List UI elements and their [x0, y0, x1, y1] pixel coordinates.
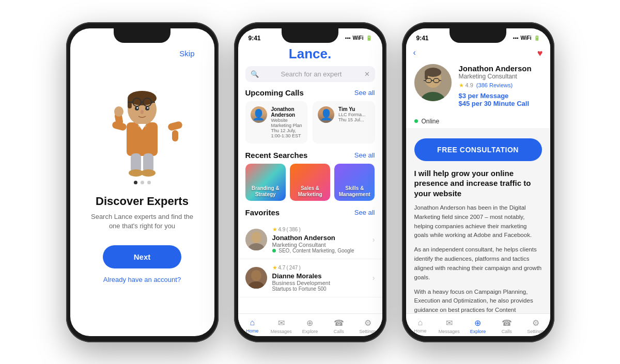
- home-icon: ⌂: [418, 318, 423, 327]
- favorites-header: Favorites See all: [238, 208, 382, 221]
- fav-tags-2: Startups to Fortune 500: [272, 286, 367, 292]
- expert-rating: ★ 4.9 (386 Reviews): [459, 82, 542, 89]
- consultation-button[interactable]: FREE CONSULTATION: [414, 138, 542, 161]
- fav-rating-2: ★ 4.7 (247): [272, 264, 367, 271]
- search-card-skills[interactable]: Skills & Management: [334, 164, 375, 201]
- notch: [114, 28, 171, 43]
- bottom-nav: ⌂ Home ✉ Messages ⊕ Explore ☎ Calls ⚙: [406, 313, 550, 336]
- search-card-branding[interactable]: Branding & Strategy: [245, 164, 286, 201]
- call-card-1[interactable]: 👤 Jonathon Anderson Website Marketing Pl…: [245, 101, 308, 144]
- upcoming-calls-see-all[interactable]: See all: [354, 89, 375, 97]
- star-icon-2: ★: [272, 264, 277, 271]
- svg-point-19: [141, 169, 156, 177]
- nav-settings[interactable]: ⚙ Settings: [521, 318, 550, 334]
- wifi-icon: WiFi: [520, 35, 531, 41]
- nav-messages[interactable]: ✉ Messages: [435, 318, 463, 334]
- call-date-2: Thu 15 Jul...: [338, 117, 366, 122]
- fav-role-2: Business Development: [272, 280, 367, 286]
- profile-bio-3: With a heavy focus on Campaign Planning,…: [414, 288, 542, 313]
- dot-1: [134, 181, 137, 184]
- notch: [450, 28, 506, 43]
- nav-home[interactable]: ⌂ Home: [406, 318, 435, 334]
- call-avatar-2: 👤: [318, 106, 334, 123]
- expert-name: Jonathon Anderson: [459, 64, 542, 73]
- favorite-item-1[interactable]: ★ 4.9 (386) Jonathon Anderson Marketing …: [238, 221, 382, 259]
- explore-icon: ⊕: [306, 318, 313, 328]
- expert-avatar: [414, 64, 452, 101]
- online-indicator: [272, 249, 276, 252]
- chevron-right-icon-2: ›: [373, 274, 375, 282]
- phone-onboarding: 9:41 ▪▪▪ WiFi 🔋 Skip: [66, 22, 219, 342]
- search-icon: 🔍: [251, 70, 259, 78]
- price-info: $3 per Message $45 per 30 Minute Call: [459, 92, 542, 107]
- nav-home[interactable]: ⌂ Home: [238, 318, 267, 334]
- fav-name-2: Dianne Morales: [272, 272, 367, 280]
- search-placeholder: Search for an expert: [263, 70, 360, 78]
- calls-icon: ☎: [502, 318, 512, 328]
- nav-explore[interactable]: ⊕ Explore: [296, 318, 324, 334]
- search-clear-icon[interactable]: ✕: [364, 70, 370, 78]
- call-name-2: Tim Yu: [338, 106, 366, 112]
- pagination-dots: [134, 181, 151, 184]
- reviews-link[interactable]: (386 Reviews): [475, 82, 513, 88]
- search-card-sales[interactable]: Sales & Marketing: [290, 164, 330, 201]
- star-icon: ★: [272, 226, 277, 233]
- fav-rating-1: ★ 4.9 (386): [272, 226, 367, 233]
- expert-header: Jonathon Anderson Marketing Consultant ★…: [406, 60, 550, 115]
- nav-calls[interactable]: ☎ Calls: [492, 318, 521, 334]
- dot-2: [141, 181, 144, 184]
- signal-icon: ▪▪▪: [345, 35, 351, 41]
- upcoming-calls-header: Upcoming Calls See all: [238, 88, 382, 101]
- status-time: 9:41: [416, 35, 429, 42]
- dot-3: [147, 181, 151, 184]
- account-link[interactable]: Already have an account?: [103, 276, 181, 283]
- call-date-1: Thu 12 July, 1:00-1:30 EST: [271, 128, 303, 138]
- next-button[interactable]: Next: [103, 245, 182, 268]
- favorite-button[interactable]: ♥: [537, 48, 543, 59]
- svg-point-26: [251, 232, 261, 243]
- settings-icon: ⚙: [364, 318, 371, 328]
- call-card-2[interactable]: 👤 Tim Yu LLC Forma... Thu 15 Jul...: [313, 101, 375, 144]
- svg-rect-3: [128, 98, 132, 108]
- battery-icon: 🔋: [534, 35, 540, 41]
- wifi-icon: WiFi: [352, 35, 363, 41]
- search-card-label-sales: Sales & Marketing: [290, 185, 330, 198]
- svg-rect-15: [172, 130, 178, 141]
- recent-searches-header: Recent Searches See all: [238, 151, 382, 164]
- svg-point-18: [129, 169, 143, 177]
- nav-calls[interactable]: ☎ Calls: [324, 318, 353, 334]
- recent-searches-see-all[interactable]: See all: [354, 151, 375, 159]
- back-button[interactable]: ‹: [413, 48, 416, 59]
- onboarding-subtitle: Search Lance experts and find the one th…: [70, 212, 214, 231]
- favorites-see-all[interactable]: See all: [354, 209, 375, 216]
- call-detail-1: Website Marketing Plan: [271, 118, 303, 128]
- fav-name-1: Jonathon Anderson: [272, 234, 367, 242]
- settings-icon: ⚙: [532, 318, 539, 328]
- notch: [282, 28, 338, 43]
- status-time: 9:41: [249, 35, 261, 42]
- nav-explore[interactable]: ⊕ Explore: [463, 318, 492, 334]
- search-bar[interactable]: 🔍 Search for an expert ✕: [245, 66, 375, 82]
- profile-bio-2: As an independent consultant, he helps c…: [414, 245, 542, 282]
- search-card-label-branding: Branding & Strategy: [245, 185, 286, 198]
- price-call: $45 per 30 Minute Call: [459, 100, 542, 107]
- fav-role-1: Marketing Consultant: [272, 242, 367, 248]
- nav-messages[interactable]: ✉ Messages: [267, 318, 296, 334]
- home-icon: ⌂: [250, 318, 255, 327]
- price-message: $3 per Message: [459, 92, 542, 100]
- fav-info-2: ★ 4.7 (247) Dianne Morales Business Deve…: [272, 264, 367, 292]
- star-icon: ★: [459, 82, 464, 89]
- profile-body: I will help grow your online presence an…: [406, 168, 550, 313]
- chevron-right-icon: ›: [373, 235, 375, 244]
- skip-button[interactable]: Skip: [179, 49, 194, 58]
- signal-icon: ▪▪▪: [513, 35, 519, 41]
- search-card-label-skills: Skills & Management: [334, 185, 375, 198]
- nav-settings[interactable]: ⚙ Settings: [353, 318, 382, 334]
- app-title: Lance.: [238, 46, 382, 62]
- favorite-item-2[interactable]: ★ 4.7 (247) Dianne Morales Business Deve…: [238, 259, 382, 297]
- explore-icon: ⊕: [474, 318, 481, 328]
- fav-info-1: ★ 4.9 (386) Jonathon Anderson Marketing …: [272, 226, 367, 254]
- online-dot: [414, 119, 418, 123]
- fav-avatar-2: [245, 267, 267, 289]
- app-header: Lance.: [238, 45, 382, 66]
